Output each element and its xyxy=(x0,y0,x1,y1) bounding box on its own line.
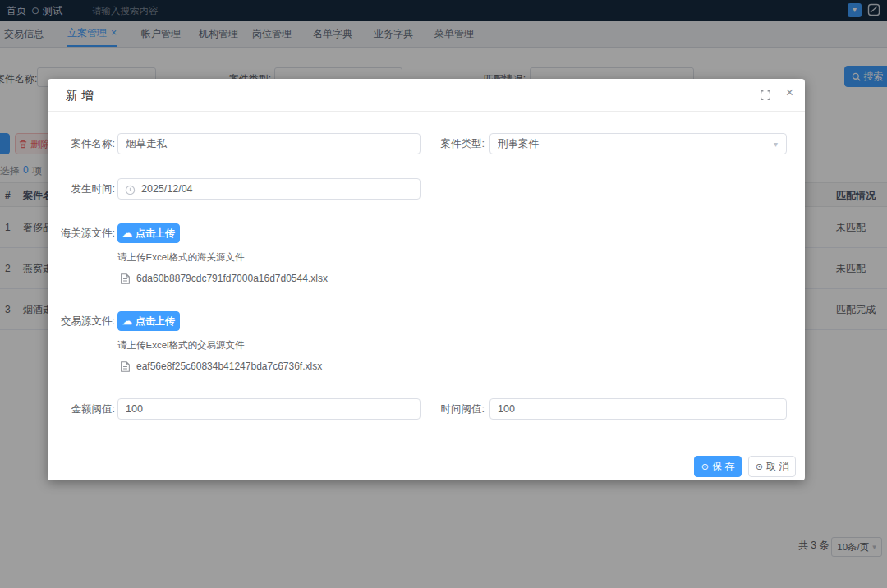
dialog-title: 新 增 xyxy=(66,88,94,103)
customs-file-item[interactable]: 6da60b8879cdc791fd7000a16d7d0544.xlsx xyxy=(120,273,328,284)
customs-file-name: 6da60b8879cdc791fd7000a16d7d0544.xlsx xyxy=(136,273,328,284)
case-name-input[interactable] xyxy=(117,133,421,154)
case-type-select[interactable] xyxy=(489,133,787,154)
trade-file-item[interactable]: eaf56e8f25c60834b41247bda7c6736f.xlsx xyxy=(120,361,322,372)
occur-time-label: 发生时间: xyxy=(48,178,115,200)
clock-icon xyxy=(125,184,136,195)
case-type-label: 案件类型: xyxy=(417,133,485,154)
dialog-header: 新 增 × xyxy=(48,79,805,112)
amount-threshold-input[interactable] xyxy=(117,398,421,420)
add-case-dialog: 新 增 × 案件名称: 案件类型: ▾ 发生时间: 海关源文件: ☁ 点击上传 … xyxy=(48,79,805,480)
customs-upload-tip: 请上传Excel格式的海关源文件 xyxy=(117,251,245,264)
circle-close-icon: ⊙ xyxy=(756,462,763,472)
occur-time-input[interactable] xyxy=(117,178,421,200)
footer-divider xyxy=(48,448,805,448)
cloud-upload-icon: ☁ xyxy=(122,227,132,239)
close-icon[interactable]: × xyxy=(786,85,793,100)
fullscreen-icon[interactable] xyxy=(760,90,772,102)
document-icon xyxy=(120,361,131,372)
time-threshold-label: 时间阈值: xyxy=(417,398,485,420)
case-name-label: 案件名称: xyxy=(48,133,115,154)
amount-threshold-label: 金额阈值: xyxy=(48,398,115,420)
trade-upload-button[interactable]: ☁ 点击上传 xyxy=(117,311,180,331)
customs-file-label: 海关源文件: xyxy=(48,223,115,244)
save-button[interactable]: ⊙ 保 存 xyxy=(694,456,742,477)
cancel-button[interactable]: ⊙ 取 消 xyxy=(748,456,796,477)
trade-file-name: eaf56e8f25c60834b41247bda7c6736f.xlsx xyxy=(136,361,322,372)
circle-check-icon: ⊙ xyxy=(701,462,709,472)
customs-upload-button[interactable]: ☁ 点击上传 xyxy=(117,223,180,243)
document-icon xyxy=(120,273,131,284)
chevron-down-icon: ▾ xyxy=(774,140,778,149)
cloud-upload-icon: ☁ xyxy=(122,315,132,327)
trade-upload-tip: 请上传Excel格式的交易源文件 xyxy=(117,339,245,351)
trade-file-label: 交易源文件: xyxy=(48,310,115,332)
time-threshold-input[interactable] xyxy=(489,398,787,420)
